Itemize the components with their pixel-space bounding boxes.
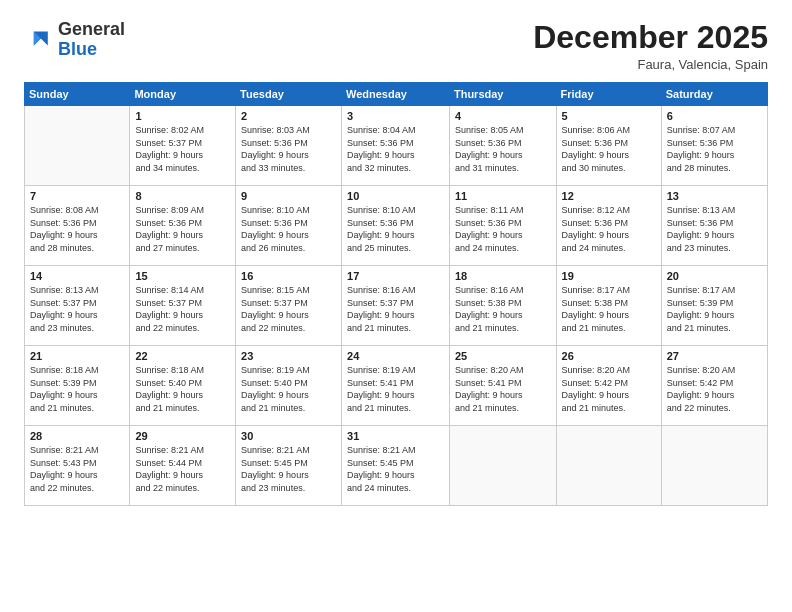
day-cell: 22Sunrise: 8:18 AMSunset: 5:40 PMDayligh… [130,346,236,426]
weekday-friday: Friday [556,83,661,106]
day-cell: 8Sunrise: 8:09 AMSunset: 5:36 PMDaylight… [130,186,236,266]
day-number: 20 [667,270,762,282]
day-cell: 20Sunrise: 8:17 AMSunset: 5:39 PMDayligh… [661,266,767,346]
day-info: Sunrise: 8:11 AMSunset: 5:36 PMDaylight:… [455,204,551,254]
day-cell: 7Sunrise: 8:08 AMSunset: 5:36 PMDaylight… [25,186,130,266]
week-row-3: 14Sunrise: 8:13 AMSunset: 5:37 PMDayligh… [25,266,768,346]
logo-text: General Blue [58,20,125,60]
day-info: Sunrise: 8:20 AMSunset: 5:42 PMDaylight:… [562,364,656,414]
day-info: Sunrise: 8:02 AMSunset: 5:37 PMDaylight:… [135,124,230,174]
day-number: 13 [667,190,762,202]
week-row-2: 7Sunrise: 8:08 AMSunset: 5:36 PMDaylight… [25,186,768,266]
day-info: Sunrise: 8:21 AMSunset: 5:45 PMDaylight:… [347,444,444,494]
day-number: 1 [135,110,230,122]
day-number: 29 [135,430,230,442]
day-number: 4 [455,110,551,122]
logo-icon [24,26,52,54]
day-number: 9 [241,190,336,202]
weekday-tuesday: Tuesday [236,83,342,106]
day-cell [556,426,661,506]
day-number: 18 [455,270,551,282]
header: General Blue December 2025 Faura, Valenc… [24,20,768,72]
day-info: Sunrise: 8:05 AMSunset: 5:36 PMDaylight:… [455,124,551,174]
day-number: 5 [562,110,656,122]
day-cell: 15Sunrise: 8:14 AMSunset: 5:37 PMDayligh… [130,266,236,346]
day-number: 12 [562,190,656,202]
day-number: 24 [347,350,444,362]
day-info: Sunrise: 8:13 AMSunset: 5:37 PMDaylight:… [30,284,124,334]
day-info: Sunrise: 8:16 AMSunset: 5:38 PMDaylight:… [455,284,551,334]
day-cell: 23Sunrise: 8:19 AMSunset: 5:40 PMDayligh… [236,346,342,426]
weekday-saturday: Saturday [661,83,767,106]
logo-blue: Blue [58,40,125,60]
day-info: Sunrise: 8:10 AMSunset: 5:36 PMDaylight:… [241,204,336,254]
page: General Blue December 2025 Faura, Valenc… [0,0,792,612]
day-info: Sunrise: 8:16 AMSunset: 5:37 PMDaylight:… [347,284,444,334]
day-number: 8 [135,190,230,202]
day-info: Sunrise: 8:21 AMSunset: 5:45 PMDaylight:… [241,444,336,494]
weekday-wednesday: Wednesday [342,83,450,106]
day-cell: 26Sunrise: 8:20 AMSunset: 5:42 PMDayligh… [556,346,661,426]
weekday-row: SundayMondayTuesdayWednesdayThursdayFrid… [25,83,768,106]
day-number: 3 [347,110,444,122]
day-cell: 13Sunrise: 8:13 AMSunset: 5:36 PMDayligh… [661,186,767,266]
day-cell: 24Sunrise: 8:19 AMSunset: 5:41 PMDayligh… [342,346,450,426]
day-cell: 19Sunrise: 8:17 AMSunset: 5:38 PMDayligh… [556,266,661,346]
month-title: December 2025 [533,20,768,55]
day-info: Sunrise: 8:21 AMSunset: 5:44 PMDaylight:… [135,444,230,494]
day-cell: 21Sunrise: 8:18 AMSunset: 5:39 PMDayligh… [25,346,130,426]
day-number: 16 [241,270,336,282]
day-number: 28 [30,430,124,442]
day-info: Sunrise: 8:19 AMSunset: 5:41 PMDaylight:… [347,364,444,414]
location: Faura, Valencia, Spain [533,57,768,72]
day-cell: 14Sunrise: 8:13 AMSunset: 5:37 PMDayligh… [25,266,130,346]
day-cell: 3Sunrise: 8:04 AMSunset: 5:36 PMDaylight… [342,106,450,186]
day-info: Sunrise: 8:21 AMSunset: 5:43 PMDaylight:… [30,444,124,494]
day-number: 6 [667,110,762,122]
day-cell: 4Sunrise: 8:05 AMSunset: 5:36 PMDaylight… [449,106,556,186]
day-info: Sunrise: 8:07 AMSunset: 5:36 PMDaylight:… [667,124,762,174]
day-number: 26 [562,350,656,362]
day-info: Sunrise: 8:18 AMSunset: 5:39 PMDaylight:… [30,364,124,414]
day-cell: 18Sunrise: 8:16 AMSunset: 5:38 PMDayligh… [449,266,556,346]
day-number: 7 [30,190,124,202]
day-info: Sunrise: 8:10 AMSunset: 5:36 PMDaylight:… [347,204,444,254]
day-number: 25 [455,350,551,362]
calendar-body: 1Sunrise: 8:02 AMSunset: 5:37 PMDaylight… [25,106,768,506]
day-cell [449,426,556,506]
day-number: 23 [241,350,336,362]
day-number: 2 [241,110,336,122]
day-cell: 2Sunrise: 8:03 AMSunset: 5:36 PMDaylight… [236,106,342,186]
day-cell: 11Sunrise: 8:11 AMSunset: 5:36 PMDayligh… [449,186,556,266]
day-cell: 5Sunrise: 8:06 AMSunset: 5:36 PMDaylight… [556,106,661,186]
day-number: 21 [30,350,124,362]
day-info: Sunrise: 8:04 AMSunset: 5:36 PMDaylight:… [347,124,444,174]
day-cell: 28Sunrise: 8:21 AMSunset: 5:43 PMDayligh… [25,426,130,506]
day-cell: 27Sunrise: 8:20 AMSunset: 5:42 PMDayligh… [661,346,767,426]
week-row-4: 21Sunrise: 8:18 AMSunset: 5:39 PMDayligh… [25,346,768,426]
day-cell: 30Sunrise: 8:21 AMSunset: 5:45 PMDayligh… [236,426,342,506]
day-info: Sunrise: 8:20 AMSunset: 5:42 PMDaylight:… [667,364,762,414]
day-number: 19 [562,270,656,282]
day-cell: 17Sunrise: 8:16 AMSunset: 5:37 PMDayligh… [342,266,450,346]
day-cell: 10Sunrise: 8:10 AMSunset: 5:36 PMDayligh… [342,186,450,266]
day-info: Sunrise: 8:17 AMSunset: 5:38 PMDaylight:… [562,284,656,334]
day-cell: 29Sunrise: 8:21 AMSunset: 5:44 PMDayligh… [130,426,236,506]
day-cell: 12Sunrise: 8:12 AMSunset: 5:36 PMDayligh… [556,186,661,266]
weekday-monday: Monday [130,83,236,106]
calendar-header: SundayMondayTuesdayWednesdayThursdayFrid… [25,83,768,106]
logo-general: General [58,20,125,40]
calendar-table: SundayMondayTuesdayWednesdayThursdayFrid… [24,82,768,506]
day-number: 30 [241,430,336,442]
day-number: 11 [455,190,551,202]
day-info: Sunrise: 8:03 AMSunset: 5:36 PMDaylight:… [241,124,336,174]
day-number: 22 [135,350,230,362]
day-info: Sunrise: 8:14 AMSunset: 5:37 PMDaylight:… [135,284,230,334]
title-block: December 2025 Faura, Valencia, Spain [533,20,768,72]
logo: General Blue [24,20,125,60]
day-cell [661,426,767,506]
day-info: Sunrise: 8:13 AMSunset: 5:36 PMDaylight:… [667,204,762,254]
day-cell: 31Sunrise: 8:21 AMSunset: 5:45 PMDayligh… [342,426,450,506]
day-number: 27 [667,350,762,362]
day-info: Sunrise: 8:08 AMSunset: 5:36 PMDaylight:… [30,204,124,254]
